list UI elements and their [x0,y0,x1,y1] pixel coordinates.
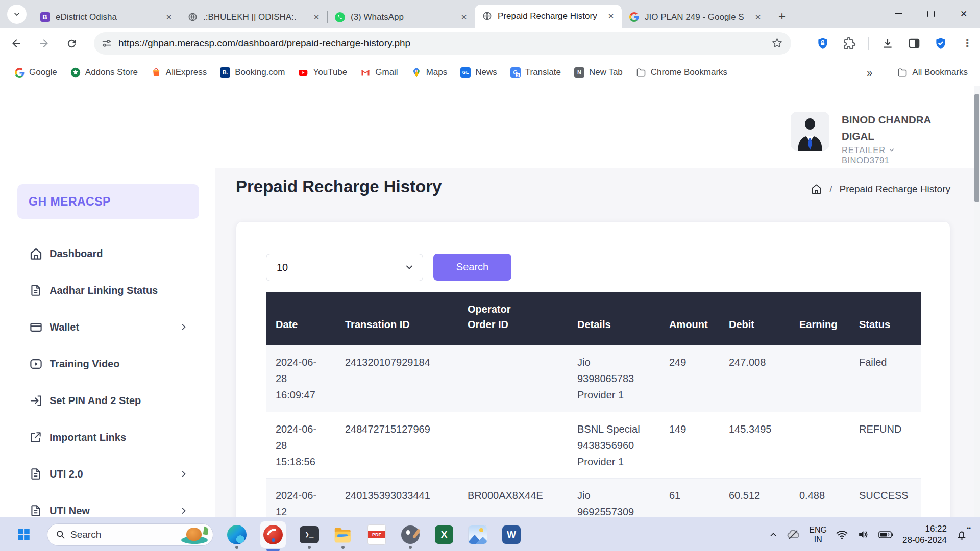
taskbar-photos[interactable] [468,524,488,545]
new-tab-button[interactable]: + [773,8,791,25]
maximize-button[interactable] [915,0,947,28]
back-button[interactable] [5,32,28,55]
sidebar-item-wallet[interactable]: Wallet [0,309,215,345]
bookmark-news[interactable]: GE News [460,67,497,78]
cell-debit: 145.3495 [729,412,799,478]
taskbar-pdf[interactable]: PDF [366,524,387,545]
col-header-status: Status [859,292,921,345]
tab-close-icon[interactable]: ✕ [163,12,175,23]
site-info-icon[interactable] [101,38,112,49]
sidebar-item-aadhar-linking-status[interactable]: Aadhar Linking Status [0,272,215,309]
tab-close-icon[interactable]: ✕ [752,12,764,23]
onedrive-offline-icon[interactable] [786,528,800,542]
sidebar-item-dashboard[interactable]: Dashboard [0,235,215,272]
bookmark-translate[interactable]: G x Translate [510,67,561,78]
start-button[interactable] [13,524,34,545]
sidebar-item-set-pin[interactable]: Set PIN And 2 Step [0,382,215,419]
bookmark-new-tab[interactable]: N New Tab [574,67,623,78]
minimize-button[interactable] [882,0,915,28]
volume-icon[interactable] [857,528,870,541]
home-icon[interactable] [811,183,822,195]
back-icon [10,37,22,49]
bookmark-google[interactable]: Google [14,67,57,78]
tab-title: (3) WhatsApp [351,12,458,22]
tab-search-button[interactable] [7,5,27,24]
all-bookmarks-button[interactable]: All Bookmarks [897,67,968,78]
sidebar-item-uti-2[interactable]: UTI 2.0 [0,456,215,492]
extensions-icon[interactable] [842,36,857,51]
chevron-down-icon [404,262,414,272]
table-controls: 10 Search [266,254,511,281]
forward-button[interactable] [33,32,55,55]
brand-box[interactable]: GH MERACSP [17,184,199,219]
sidebar-item-uti-new[interactable]: UTI New [0,492,215,517]
bookmark-label: Booking.com [235,67,285,78]
wifi-icon[interactable] [836,528,848,541]
taskbar-active-browser[interactable] [260,521,286,548]
safety-shield-icon[interactable] [933,36,948,51]
browser-menu-icon[interactable]: ⋮ [960,36,975,51]
side-panel-icon[interactable] [906,36,922,51]
close-button[interactable]: ✕ [947,0,980,28]
tab-edistrict[interactable]: B eDistrict Odisha ✕ [33,7,180,28]
bookmark-label: AliExpress [166,67,207,78]
booking-icon: B. [220,67,230,78]
bookmarks-overflow-icon[interactable]: » [867,67,872,79]
tray-chevron-up-icon[interactable] [769,531,777,539]
dots-glyph: ⋮ [962,37,973,49]
word-icon: W [502,525,521,544]
bookmark-chrome-bookmarks[interactable]: Chrome Bookmarks [636,67,727,78]
cell-earning [799,345,859,412]
taskbar: Search ❯_ [0,517,980,551]
bookmark-booking[interactable]: B. Booking.com [220,67,285,78]
taskbar-terminal[interactable]: ❯_ [299,524,320,545]
tab-prepaid-recharge-history-active[interactable]: Prepaid Recharge History ✕ [475,5,622,28]
taskbar-file-explorer[interactable] [333,524,353,545]
user-role-row[interactable]: RETAILER [842,145,939,155]
table-header-row: Date Transation ID Operator Order ID Det… [266,292,921,345]
bookmark-youtube[interactable]: YouTube [298,67,347,78]
sidebar-item-important-links[interactable]: Important Links [0,419,215,456]
taskbar-word[interactable]: W [501,524,522,545]
sidebar-item-training-video[interactable]: Training Video [0,345,215,382]
news-icon: GE [460,67,471,78]
page-size-select[interactable]: 10 [266,254,423,281]
breadcrumb: / Prepaid Recharge History [811,183,950,195]
cell-status: SUCCESS [859,478,921,517]
language-indicator[interactable]: ENG IN [809,525,827,544]
notification-bell-icon[interactable]: ᶻᶻ [955,529,968,541]
user-profile[interactable]: BINOD CHANDRA DIGAL RETAILER BINOD3791 [791,112,939,165]
tab-close-icon[interactable]: ✕ [311,12,322,23]
battery-charging-icon[interactable] [878,531,894,539]
gmail-icon [360,67,371,78]
tab-title: eDistrict Odisha [56,12,163,22]
scrollbar-thumb[interactable] [974,94,979,202]
search-button[interactable]: Search [433,254,511,281]
taskbar-gimp[interactable] [400,524,421,545]
taskbar-edge[interactable] [227,524,247,545]
taskbar-search[interactable]: Search [47,523,213,546]
cell-status: REFUND [859,412,921,478]
avatar [791,112,829,151]
browser-toolbar: https://ghpan.meracsp.com/dashboard/prep… [0,28,980,59]
reload-button[interactable] [60,32,83,55]
tab-bhulekh[interactable]: .:BHULEKH || ODISHA:. ✕ [180,7,327,28]
tab-close-icon[interactable]: ✕ [605,11,617,22]
tab-whatsapp[interactable]: (3) WhatsApp ✕ [328,7,475,28]
url-bar[interactable]: https://ghpan.meracsp.com/dashboard/prep… [94,32,791,55]
clock[interactable]: 16:22 28-06-2024 [902,523,947,546]
table-row: 2024-06-28 15:18:56 248472715127969 BSNL… [266,412,921,478]
page-scrollbar[interactable] [974,86,980,517]
password-shield-icon[interactable] [815,36,830,51]
taskbar-excel[interactable]: X [434,524,454,545]
bookmark-gmail[interactable]: Gmail [360,67,398,78]
sidebar-nav: Dashboard Aadhar Linking Status Wallet [0,235,215,517]
bookmark-maps[interactable]: Maps [411,67,448,78]
search-highlight-image[interactable] [179,525,210,544]
bookmark-aliexpress[interactable]: AliExpress [151,67,207,78]
tab-close-icon[interactable]: ✕ [458,12,470,23]
bookmark-addons-store[interactable]: Addons Store [70,67,138,78]
downloads-icon[interactable] [880,36,895,51]
bookmark-star-icon[interactable] [771,37,783,51]
tab-jio-plan[interactable]: JIO PLAN 249 - Google S ✕ [622,7,769,28]
